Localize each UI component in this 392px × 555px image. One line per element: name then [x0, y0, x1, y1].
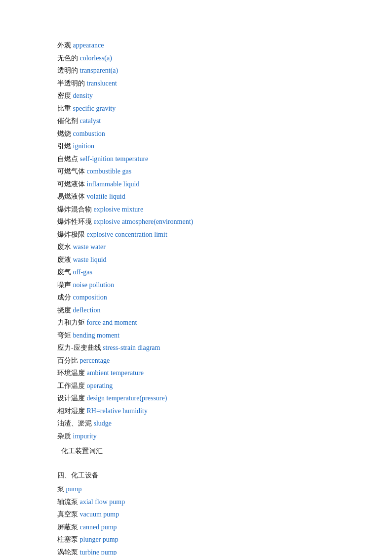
chinese-term: 百分比: [57, 357, 78, 364]
chinese-term: 半透明的: [57, 80, 85, 87]
chinese-term: 泵: [57, 485, 64, 493]
english-term: ambient temperature: [87, 369, 144, 377]
chinese-term: 比重: [57, 105, 71, 112]
list-item: 工作温度 operating: [57, 380, 335, 392]
english-term: RH=relative humidity: [87, 407, 148, 415]
chinese-term: 爆炸极限: [57, 231, 85, 238]
list-item: 弯矩 bending moment: [57, 330, 335, 342]
list-item: 百分比 percentage: [57, 355, 335, 367]
chinese-term: 力和力矩: [57, 319, 85, 326]
list-item: 屏蔽泵 canned pump: [57, 521, 335, 534]
chinese-term: 涡轮泵: [57, 549, 78, 555]
english-term: self-ignition temperature: [80, 155, 149, 163]
english-term: waste liquid: [73, 256, 107, 263]
list-item: 轴流泵 axial flow pump: [57, 496, 335, 509]
english-term: pump: [66, 485, 82, 493]
chinese-term: 成分: [57, 294, 71, 301]
english-term: inflammable liquid: [87, 180, 140, 188]
list-item: 噪声 noise pollution: [57, 279, 335, 292]
english-term: impurity: [73, 432, 97, 440]
english-term: explosive mixture: [94, 206, 144, 213]
chinese-term: 弯矩: [57, 332, 71, 339]
chinese-term: 噪声: [57, 281, 71, 289]
list-item: 真空泵 vacuum pump: [57, 509, 335, 521]
chinese-term: 真空泵: [57, 511, 78, 518]
chinese-term: 油渣、淤泥: [57, 420, 92, 427]
chinese-term: 相对湿度: [57, 407, 85, 415]
english-term: design temperature(pressure): [87, 394, 167, 402]
list-item: 爆炸极限 explosive concentration limit: [57, 229, 335, 241]
chinese-term: 燃烧: [57, 130, 71, 137]
chinese-term: 柱塞泵: [57, 536, 78, 543]
list-item: 废水 waste water: [57, 241, 335, 254]
equipment-terms-list: 泵 pump轴流泵 axial flow pump真空泵 vacuum pump…: [57, 483, 335, 555]
chinese-term: 轴流泵: [57, 498, 78, 506]
list-item: 可燃液体 inflammable liquid: [57, 178, 335, 191]
english-term: noise pollution: [73, 281, 115, 289]
english-term: canned pump: [80, 523, 117, 531]
chinese-term: 可燃气体: [57, 168, 85, 175]
chinese-term: 自燃点: [57, 155, 78, 163]
english-term: axial flow pump: [80, 498, 125, 506]
chinese-term: 环境温度: [57, 369, 85, 377]
chinese-term: 催化剂: [57, 117, 78, 125]
main-content: 外观 appearance无色的 colorless(a)透明的 transpa…: [57, 40, 335, 555]
english-term: combustion: [73, 130, 105, 137]
list-item: 柱塞泵 plunger pump: [57, 534, 335, 546]
chinese-term: 废液: [57, 256, 71, 263]
list-item: 环境温度 ambient temperature: [57, 367, 335, 380]
list-item: 易燃液体 volatile liquid: [57, 191, 335, 203]
english-term: explosive concentration limit: [87, 231, 167, 238]
english-term: translucent: [87, 80, 117, 87]
chinese-term: 屏蔽泵: [57, 523, 78, 531]
chinese-term: 挠度: [57, 306, 71, 314]
list-item: 废液 waste liquid: [57, 254, 335, 266]
section-header: 化工装置词汇: [57, 445, 335, 458]
chinese-term: 无色的: [57, 54, 78, 62]
chinese-term: 密度: [57, 92, 71, 99]
english-term: force and moment: [87, 319, 137, 326]
list-item: 可燃气体 combustible gas: [57, 166, 335, 178]
english-term: catalyst: [80, 117, 101, 125]
english-term: specific gravity: [73, 105, 116, 112]
list-item: 油渣、淤泥 sludge: [57, 418, 335, 430]
chinese-term: 设计温度: [57, 394, 85, 402]
list-item: 外观 appearance: [57, 40, 335, 52]
list-item: 无色的 colorless(a): [57, 52, 335, 65]
english-term: bending moment: [73, 332, 120, 339]
list-item: 比重 specific gravity: [57, 103, 335, 115]
english-term: turbine pump: [80, 549, 117, 555]
chinese-term: 可燃液体: [57, 180, 85, 188]
list-item: 应力-应变曲线 stress-strain diagram: [57, 342, 335, 354]
english-term: deflection: [73, 306, 101, 314]
list-item: 杂质 impurity: [57, 430, 335, 443]
list-item: 力和力矩 force and moment: [57, 317, 335, 329]
english-term: composition: [73, 294, 107, 301]
list-item: 泵 pump: [57, 483, 335, 496]
english-term: off-gas: [73, 268, 92, 276]
english-term: appearance: [73, 42, 104, 49]
english-term: transparent(a): [80, 67, 118, 74]
english-term: ignition: [73, 142, 95, 150]
list-item: 燃烧 combustion: [57, 128, 335, 140]
chinese-term: 透明的: [57, 67, 78, 74]
english-term: combustible gas: [87, 168, 132, 175]
list-item: 透明的 transparent(a): [57, 65, 335, 77]
chinese-term: 引燃: [57, 142, 71, 150]
english-term: percentage: [80, 357, 110, 364]
list-item: 爆炸性环境 explosive atmosphere(environment): [57, 216, 335, 228]
english-term: operating: [87, 382, 113, 389]
english-term: plunger pump: [80, 536, 118, 543]
section-title: 四、化工设备: [57, 470, 335, 482]
english-term: waste water: [73, 243, 106, 251]
list-item: 设计温度 design temperature(pressure): [57, 392, 335, 405]
english-term: colorless(a): [80, 54, 112, 62]
list-item: 废气 off-gas: [57, 266, 335, 279]
chinese-term: 应力-应变曲线: [57, 344, 101, 351]
list-item: 自燃点 self-ignition temperature: [57, 153, 335, 166]
terms-list: 外观 appearance无色的 colorless(a)透明的 transpa…: [57, 40, 335, 442]
english-term: vacuum pump: [80, 511, 119, 518]
english-term: stress-strain diagram: [103, 344, 160, 351]
list-item: 成分 composition: [57, 292, 335, 304]
list-item: 引燃 ignition: [57, 140, 335, 153]
